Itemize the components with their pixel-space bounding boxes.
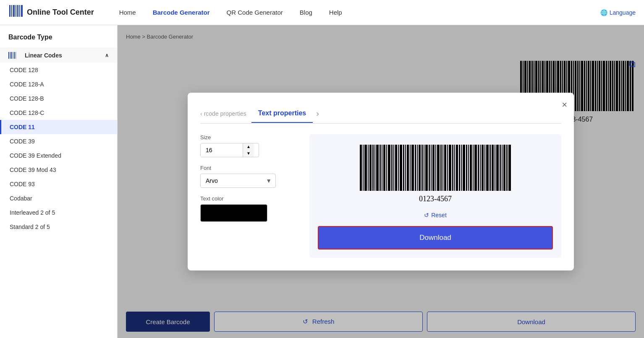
svg-rect-3 — [16, 5, 16, 17]
text-color-label: Text color — [200, 195, 297, 202]
svg-rect-79 — [391, 145, 393, 191]
sidebar: Barcode Type Linear Codes ∧ CODE 128 — [0, 25, 118, 338]
svg-rect-68 — [364, 145, 367, 191]
svg-rect-118 — [482, 145, 484, 191]
sidebar-title: Barcode Type — [0, 34, 117, 47]
svg-rect-75 — [382, 145, 382, 191]
svg-rect-124 — [496, 145, 499, 191]
language-label: Language — [610, 9, 636, 16]
modal-prev-tab[interactable]: ‹ rcode properties — [200, 107, 251, 122]
svg-rect-6 — [21, 5, 23, 17]
sidebar-item-interleaved[interactable]: Interleaved 2 of 5 — [0, 205, 117, 220]
language-selector[interactable]: 🌐 Language — [600, 9, 636, 16]
modal-download-button[interactable]: Download — [318, 226, 553, 250]
size-increment-button[interactable]: ▲ — [243, 143, 254, 150]
svg-rect-76 — [383, 145, 385, 191]
nav-barcode-generator[interactable]: Barcode Generator — [153, 9, 210, 16]
svg-rect-102 — [444, 145, 446, 191]
svg-rect-5 — [19, 5, 20, 17]
globe-icon: 🌐 — [600, 9, 607, 16]
chevron-left-icon: ‹ — [200, 110, 202, 117]
sidebar-section-label: Linear Codes — [25, 52, 62, 59]
sidebar-item-code93[interactable]: CODE 93 — [0, 177, 117, 191]
sidebar-item-code39mod43[interactable]: CODE 39 Mod 43 — [0, 163, 117, 177]
svg-rect-109 — [461, 145, 462, 191]
svg-rect-128 — [506, 145, 508, 191]
svg-rect-93 — [424, 145, 424, 191]
font-select[interactable]: Arvo Arial Courier Georgia Times New Rom… — [200, 174, 276, 188]
svg-rect-90 — [417, 145, 418, 191]
modal-next-tab[interactable]: › — [313, 105, 319, 123]
svg-rect-119 — [484, 145, 485, 191]
svg-rect-110 — [463, 145, 465, 191]
reset-icon: ↺ — [424, 212, 429, 218]
svg-rect-84 — [403, 145, 404, 191]
svg-rect-83 — [400, 145, 402, 191]
sidebar-item-code39[interactable]: CODE 39 — [0, 134, 117, 148]
svg-rect-9 — [11, 52, 12, 59]
svg-rect-71 — [372, 145, 374, 191]
logo-icon — [8, 3, 24, 21]
sidebar-item-code128[interactable]: CODE 128 — [0, 63, 117, 77]
svg-rect-91 — [419, 145, 421, 191]
modal-tabs: ‹ rcode properties Text properties › — [200, 105, 561, 124]
modal-left-panel: Size ▲ ▼ Font — [200, 134, 297, 258]
svg-rect-89 — [415, 145, 416, 191]
svg-rect-108 — [459, 145, 460, 191]
svg-rect-86 — [407, 145, 409, 191]
svg-rect-96 — [431, 145, 432, 191]
svg-rect-127 — [503, 145, 505, 191]
sidebar-item-standard25[interactable]: Standard 2 of 5 — [0, 220, 117, 234]
barcode-section-icon — [8, 51, 21, 59]
nav-blog[interactable]: Blog — [300, 9, 312, 16]
text-color-swatch[interactable] — [200, 204, 267, 222]
sidebar-item-code128a[interactable]: CODE 128-A — [0, 77, 117, 91]
svg-rect-101 — [442, 145, 443, 191]
svg-rect-7 — [8, 52, 9, 59]
sidebar-item-codabar[interactable]: Codabar — [0, 191, 117, 205]
svg-rect-8 — [10, 52, 10, 59]
nav-help[interactable]: Help — [329, 9, 342, 16]
svg-rect-97 — [432, 145, 435, 191]
svg-rect-115 — [474, 145, 477, 191]
svg-rect-4 — [17, 5, 18, 17]
nav-home[interactable]: Home — [119, 9, 136, 16]
sidebar-item-code128b[interactable]: CODE 128-B — [0, 91, 117, 106]
sidebar-item-code11[interactable]: CODE 11 — [0, 120, 117, 134]
svg-rect-95 — [429, 145, 430, 191]
svg-rect-72 — [374, 145, 375, 191]
sidebar-item-code128c[interactable]: CODE 128-C — [0, 106, 117, 120]
svg-rect-80 — [393, 145, 394, 191]
text-color-field: Text color — [200, 195, 297, 222]
sidebar-item-code39ext[interactable]: CODE 39 Extended — [0, 148, 117, 163]
svg-rect-122 — [492, 145, 494, 191]
svg-rect-125 — [500, 145, 501, 191]
svg-rect-78 — [388, 145, 390, 191]
svg-rect-73 — [376, 145, 379, 191]
svg-rect-123 — [495, 145, 495, 191]
logo[interactable]: Online Tool Center — [8, 3, 94, 21]
nav-qr-code[interactable]: QR Code Generator — [227, 9, 283, 16]
svg-rect-70 — [369, 145, 372, 191]
svg-rect-81 — [395, 145, 397, 191]
size-decrement-button[interactable]: ▼ — [243, 150, 254, 157]
modal-overlay: × ‹ rcode properties Text properties › — [118, 25, 644, 338]
font-select-wrapper: Arvo Arial Courier Georgia Times New Rom… — [200, 174, 276, 188]
svg-rect-69 — [368, 145, 369, 191]
modal-close-button[interactable]: × — [562, 99, 567, 110]
modal-right-panel: 0123-4567 ↺ Reset Download — [309, 134, 561, 258]
reset-link[interactable]: ↺ Reset — [424, 212, 447, 218]
size-field: Size ▲ ▼ — [200, 134, 297, 157]
logo-text: Online Tool Center — [27, 8, 94, 17]
main-layout: Barcode Type Linear Codes ∧ CODE 128 — [0, 25, 644, 338]
svg-rect-92 — [421, 145, 423, 191]
svg-rect-104 — [449, 145, 451, 191]
svg-rect-114 — [473, 145, 474, 191]
svg-rect-105 — [452, 145, 453, 191]
modal-active-tab[interactable]: Text properties — [251, 106, 313, 123]
sidebar-section-linear-codes[interactable]: Linear Codes ∧ — [0, 47, 117, 63]
svg-rect-77 — [386, 145, 387, 191]
size-input[interactable] — [201, 143, 243, 157]
size-label: Size — [200, 134, 297, 140]
svg-rect-66 — [360, 145, 362, 191]
